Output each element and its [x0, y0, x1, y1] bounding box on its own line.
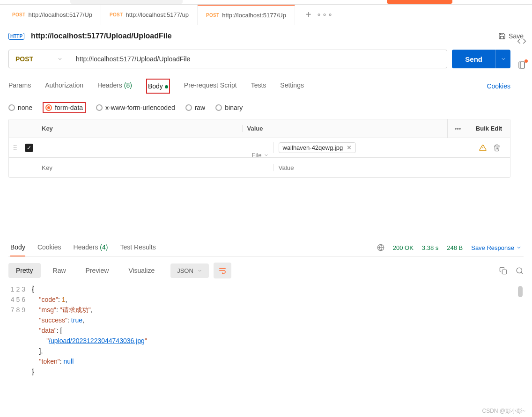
request-tabs-bar: POST http://localhost:5177/Up POST http:…: [0, 5, 532, 25]
radio-icon: [45, 104, 52, 111]
request-tab-0[interactable]: POST http://localhost:5177/Up: [4, 5, 101, 25]
form-data-table: Key Value ••• Bulk Edit ⠿ ✓ File wallhav…: [8, 119, 510, 178]
response-tab-cookies[interactable]: Cookies: [37, 239, 61, 256]
chevron-down-icon: [516, 245, 522, 250]
bulk-edit-button[interactable]: Bulk Edit: [468, 125, 510, 132]
network-icon[interactable]: [377, 244, 384, 251]
response-tab-headers[interactable]: Headers (4): [74, 239, 108, 256]
line-gutter: 1 2 3 4 5 6 7 8 9: [8, 284, 32, 377]
svg-line-9: [521, 272, 523, 273]
method-value: POST: [15, 55, 33, 63]
svg-point-8: [517, 268, 522, 273]
tab-method: POST: [110, 12, 123, 17]
remove-file-icon[interactable]: ✕: [347, 144, 352, 151]
body-type-none[interactable]: none: [8, 104, 32, 111]
drag-handle-icon[interactable]: ⠿: [9, 144, 21, 152]
view-preview[interactable]: Preview: [78, 263, 117, 278]
delete-row-icon[interactable]: [493, 144, 501, 152]
body-type-binary[interactable]: binary: [215, 104, 243, 111]
save-button[interactable]: Save: [498, 32, 524, 40]
chevron-down-icon: [501, 56, 506, 62]
watermark: CSDN @彭小彭~: [482, 407, 525, 415]
radio-icon: [185, 104, 192, 111]
tab-title: http://localhost:5177/Up: [222, 12, 286, 19]
tab-method: POST: [206, 13, 219, 18]
table-row-empty: [9, 158, 510, 177]
send-button[interactable]: Send: [452, 50, 495, 68]
cookies-link[interactable]: Cookies: [487, 82, 510, 90]
key-column-header: Key: [37, 125, 242, 132]
warning-icon[interactable]: [479, 144, 487, 152]
tab-method: POST: [12, 12, 25, 17]
file-name: wallhaven-42qewg.jpg: [283, 144, 343, 151]
copy-response-icon[interactable]: [499, 267, 507, 275]
file-chip[interactable]: wallhaven-42qewg.jpg ✕: [279, 142, 356, 153]
key-type-select[interactable]: File: [252, 152, 269, 159]
method-select[interactable]: POST: [8, 50, 69, 68]
send-dropdown[interactable]: [495, 50, 510, 68]
tab-prerequest[interactable]: Pre-request Script: [184, 79, 237, 94]
response-status: 200 OK: [393, 244, 414, 251]
body-type-form-data[interactable]: form-data: [45, 104, 83, 111]
request-title: http://localhost:5177/Upload/UploadFile: [31, 32, 171, 40]
upgrade-button[interactable]: [387, 0, 452, 4]
body-type-raw[interactable]: raw: [185, 104, 206, 111]
key-input[interactable]: [42, 145, 200, 152]
radio-icon: [8, 104, 15, 111]
value-column-header: Value: [242, 125, 448, 132]
tab-authorization[interactable]: Authorization: [45, 79, 83, 94]
radio-icon: [96, 104, 103, 111]
response-size: 248 B: [447, 244, 463, 251]
chevron-down-icon: [57, 56, 63, 62]
view-visualize[interactable]: Visualize: [121, 263, 162, 278]
request-tab-1[interactable]: POST http://localhost:5177/up: [101, 5, 198, 25]
view-raw[interactable]: Raw: [45, 263, 74, 278]
tab-tests[interactable]: Tests: [251, 79, 266, 94]
tab-headers[interactable]: Headers (8): [97, 79, 132, 94]
tab-title: http://localhost:5177/up: [126, 11, 188, 18]
response-tab-body[interactable]: Body: [10, 239, 25, 256]
save-response-button[interactable]: Save Response: [471, 244, 522, 251]
body-modified-dot: [165, 85, 168, 88]
body-type-xwww[interactable]: x-www-form-urlencoded: [96, 104, 175, 111]
tab-settings[interactable]: Settings: [280, 79, 304, 94]
response-time: 3.38 s: [422, 244, 438, 251]
scrollbar[interactable]: [518, 286, 523, 297]
column-options-button[interactable]: •••: [447, 119, 468, 138]
url-input[interactable]: [69, 50, 447, 68]
table-row: ⠿ ✓ File wallhaven-42qewg.jpg ✕: [9, 138, 510, 158]
response-tab-test-results[interactable]: Test Results: [120, 239, 155, 256]
view-pretty[interactable]: Pretty: [8, 263, 41, 278]
tab-title: http://localhost:5177/Up: [28, 11, 92, 18]
tab-body[interactable]: Body: [148, 80, 168, 93]
line-wrap-button[interactable]: [214, 263, 231, 278]
key-input[interactable]: [42, 164, 269, 171]
new-tab-button[interactable]: +: [301, 9, 317, 20]
tab-overflow-button[interactable]: ∘∘∘: [317, 10, 332, 19]
request-tab-2[interactable]: POST http://localhost:5177/Up: [198, 5, 295, 25]
chevron-down-icon: [264, 153, 269, 158]
search-response-icon[interactable]: [516, 267, 524, 275]
svg-rect-7: [502, 270, 506, 274]
format-select[interactable]: JSON: [170, 263, 209, 278]
value-input[interactable]: [279, 164, 506, 171]
save-label: Save: [509, 32, 524, 40]
radio-icon: [215, 104, 222, 111]
tab-params[interactable]: Params: [8, 79, 31, 94]
http-icon: HTTP: [8, 33, 24, 40]
response-body-viewer[interactable]: 1 2 3 4 5 6 7 8 9 { "code": 1, "msg": "请…: [8, 284, 524, 377]
row-checkbox[interactable]: ✓: [25, 144, 33, 152]
chevron-down-icon: [197, 268, 202, 273]
top-search-bar[interactable]: [70, 0, 183, 4]
